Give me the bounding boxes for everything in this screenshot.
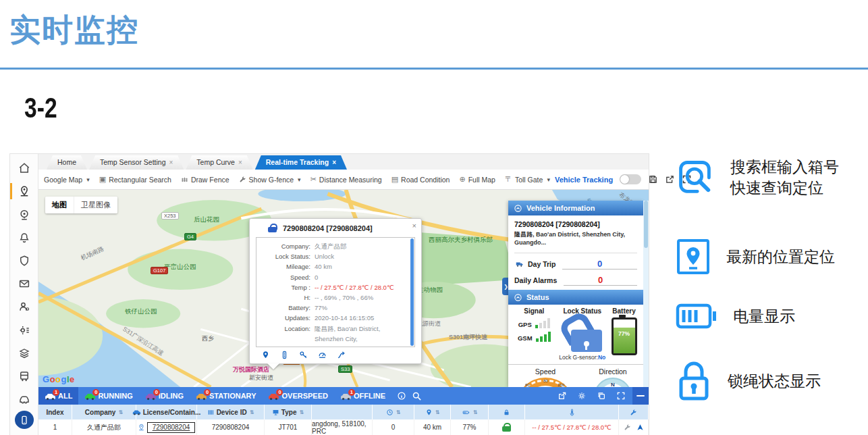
map-label: 西乡 (202, 334, 214, 343)
col-temperature[interactable] (525, 405, 619, 419)
traffic-light-icon[interactable] (280, 351, 289, 359)
locate-icon[interactable] (261, 351, 270, 359)
col-battery[interactable] (451, 405, 489, 419)
bars-icon (207, 409, 215, 416)
col-company[interactable]: Company (72, 405, 136, 419)
day-trip-row: Day Trip 0 (514, 259, 637, 270)
table-row[interactable]: 1 久通产品部 7290808204 7290808204 JT701 angd… (38, 419, 649, 435)
sidebar-item-car[interactable] (10, 388, 38, 411)
navigate-icon[interactable] (636, 424, 644, 431)
panel-scrollbar[interactable] (643, 201, 649, 387)
sidebar-item-tasks[interactable] (10, 319, 38, 342)
tab-close-icon[interactable] (332, 155, 336, 170)
sidebar-item-camera[interactable] (10, 203, 38, 226)
map-label: S301南坪快速 (449, 333, 487, 342)
popup-pointer (267, 363, 279, 369)
sidebar-item-users[interactable] (10, 295, 38, 318)
road-condition-button[interactable]: ▤Road Condition (391, 175, 450, 184)
col-license[interactable]: License/Contain... (136, 405, 197, 419)
copy-icon[interactable] (597, 391, 606, 401)
map-canvas[interactable]: 地图 卫星图像 X253 后山花园 G4 机场南路 平峦山公园 G107 铁仔山… (38, 190, 649, 387)
distance-measuring-button[interactable]: ✂Distance Measuring (310, 175, 382, 184)
col-type[interactable]: Type (265, 405, 312, 419)
sidebar-item-alarm[interactable] (10, 226, 38, 249)
popup-scrollbar[interactable] (410, 238, 414, 346)
monitor-icon (272, 409, 279, 416)
wrench-icon[interactable] (624, 424, 631, 431)
license-link[interactable]: 7290808204 (147, 422, 196, 433)
page-title: 实时监控 (9, 9, 139, 51)
filter-bar-tools (558, 391, 632, 401)
search-icon[interactable] (412, 391, 422, 401)
key-icon[interactable] (299, 351, 308, 359)
col-time[interactable] (373, 405, 414, 419)
history-gauge-icon[interactable] (318, 351, 327, 359)
clock-icon (386, 409, 394, 416)
filter-idling[interactable]: 0 IDLING (139, 387, 190, 405)
vehicle-tracking-toggle[interactable] (620, 174, 641, 184)
layers-icon (18, 347, 30, 359)
draw-fence-button[interactable]: Draw Fence (181, 176, 229, 184)
lock-icon (268, 224, 277, 232)
toll-gate-button[interactable]: 〒Toll Gate (505, 174, 550, 184)
feature-location: 最新的位置定位 (675, 238, 835, 276)
lock-status-cell: Lock Status Lock G-sensor:No (559, 307, 607, 361)
locked-icon (502, 423, 512, 432)
sidebar-item-messages[interactable] (10, 272, 38, 295)
external-link-icon[interactable] (665, 174, 675, 184)
rect-search-icon: ▣ (99, 175, 106, 184)
rectangular-search-button[interactable]: ▣Rectangular Search (99, 175, 171, 184)
map-type-map-button[interactable]: 地图 (45, 197, 74, 213)
panel-header[interactable]: Vehicle Information (508, 201, 643, 215)
sidebar-item-layers[interactable] (10, 342, 38, 365)
save-icon[interactable] (648, 174, 658, 184)
filter-overspeed[interactable]: 0 OVERSPEED (262, 387, 333, 405)
sidebar-item-tracking[interactable] (10, 180, 38, 203)
col-location[interactable] (312, 405, 373, 419)
show-gfence-button[interactable]: Show G-fence (239, 176, 301, 184)
tab-close-icon[interactable] (169, 155, 173, 170)
road-shield: X253 (161, 212, 179, 220)
map-provider-select[interactable]: Google Map (44, 176, 90, 184)
col-lock[interactable] (489, 405, 525, 419)
sidebar-item-bus[interactable] (10, 365, 38, 388)
popup-detail-box: Company:久通产品部 Lock Status:Unlock Mileage… (256, 237, 415, 347)
sidebar-item-security[interactable] (10, 249, 38, 272)
app-main: Home Temp Sensor Setting Temp Curve Real… (38, 154, 649, 435)
route-icon[interactable] (337, 351, 346, 359)
tab-temp-curve[interactable]: Temp Curve (186, 155, 252, 170)
map-label: 新安街道 (249, 374, 273, 382)
filter-offline[interactable]: 1 OFFLINE (334, 387, 391, 405)
info-icon[interactable] (397, 391, 406, 401)
sidebar-item-home[interactable] (10, 157, 38, 180)
filter-running[interactable]: 0 RUNNING (78, 387, 138, 405)
tab-close-icon[interactable] (238, 155, 242, 170)
gear-icon[interactable] (577, 391, 587, 401)
minimize-button[interactable] (632, 387, 649, 405)
road-shield: G107 (151, 267, 168, 274)
status-header[interactable]: Status (508, 290, 643, 305)
tab-realtime-tracking[interactable]: Real-time Tracking (255, 155, 347, 170)
export-icon[interactable] (558, 391, 567, 401)
col-tools[interactable] (619, 405, 649, 419)
camera-icon (18, 209, 30, 221)
col-mileage[interactable] (414, 405, 451, 419)
map-type-satellite-button[interactable]: 卫星图像 (74, 197, 117, 213)
filter-all[interactable]: 1 ALL (38, 387, 78, 405)
page: 实时监控 3-2 Home Temp Sensor Setting Temp C… (0, 0, 868, 435)
status-grid: Signal GPS GSM Lock Status Lock G-sensor… (508, 305, 643, 365)
tab-temp-sensor-setting[interactable]: Temp Sensor Setting (89, 155, 184, 170)
chevron-circle-icon (514, 204, 522, 213)
col-index[interactable]: Index (38, 405, 72, 419)
expand-icon[interactable] (616, 391, 626, 401)
location-pin-icon (675, 238, 711, 276)
mobile-app-button[interactable] (15, 411, 34, 429)
gsm-signal-bars (536, 331, 551, 342)
close-icon[interactable]: × (412, 222, 416, 230)
col-device-id[interactable]: Device ID (197, 405, 265, 419)
tab-home[interactable]: Home (47, 155, 87, 170)
google-logo: Google (43, 374, 75, 384)
rope-lock-icon (675, 359, 713, 403)
full-map-button[interactable]: ⊕Full Map (459, 175, 495, 184)
filter-stationary[interactable]: 0 STATIONARY (190, 387, 262, 405)
